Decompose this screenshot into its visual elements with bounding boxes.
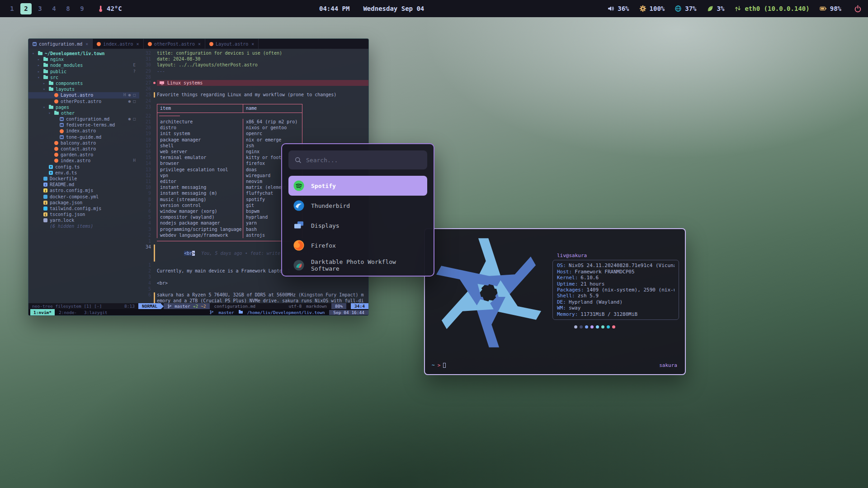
tree-item[interactable]: ▸ nginx bbox=[28, 56, 139, 62]
line-number: 5 bbox=[139, 214, 151, 220]
palette-dot bbox=[596, 325, 599, 328]
neotree-status-right: 8:13 bbox=[124, 304, 135, 309]
network-module[interactable]: eth0 (10.0.0.140) bbox=[734, 5, 809, 12]
tree-item[interactable]: README.md bbox=[28, 182, 139, 188]
workspace-button[interactable]: 2 bbox=[20, 3, 32, 14]
eco-module[interactable]: 3% bbox=[707, 5, 725, 12]
tree-root[interactable]: ▾ ~/Development/liv.town bbox=[28, 51, 139, 56]
line-number: 20 bbox=[139, 125, 151, 131]
volume-module[interactable]: 36% bbox=[607, 5, 629, 12]
launcher-app-item[interactable]: Firefox bbox=[288, 235, 427, 255]
tree-item[interactable]: config.ts bbox=[28, 164, 139, 170]
file-icon bbox=[43, 76, 48, 79]
info-row: Uptime: 21 hours bbox=[557, 281, 675, 287]
tree-item[interactable]: (6 hidden items) bbox=[28, 223, 139, 229]
tab-close-icon[interactable]: × bbox=[198, 42, 201, 47]
editor-line: 31 date: 2024-08-30 bbox=[139, 56, 368, 62]
workspace-button[interactable]: 1 bbox=[6, 3, 18, 14]
tab-close-icon[interactable]: × bbox=[85, 42, 88, 47]
gutter-marker bbox=[154, 292, 157, 303]
tree-item[interactable]: garden.astro bbox=[28, 152, 139, 158]
workspace-button[interactable]: 3 bbox=[34, 3, 46, 14]
workspace-button[interactable]: 9 bbox=[76, 3, 88, 14]
line-number: 15 bbox=[139, 155, 151, 160]
tmux-window[interactable]: 1:nvim* bbox=[30, 309, 55, 315]
tmux-window[interactable]: 3:lazygit bbox=[81, 309, 110, 315]
table-header-item: item bbox=[157, 104, 243, 113]
git-hint: ● □ bbox=[128, 116, 139, 122]
thermometer-icon bbox=[98, 5, 104, 12]
workspace-button[interactable]: 8 bbox=[62, 3, 74, 14]
launcher-app-item[interactable]: Spotify bbox=[288, 176, 427, 196]
tree-item[interactable]: ▾ other bbox=[28, 110, 139, 116]
editor-tab[interactable]: configuration.md × bbox=[28, 39, 93, 49]
editor-line: 24 bbox=[139, 98, 368, 104]
power-button[interactable] bbox=[854, 5, 862, 13]
file-name: node_modules bbox=[50, 62, 83, 68]
palette-dot bbox=[574, 325, 577, 328]
table-cell-item: vpn bbox=[157, 173, 243, 178]
tree-item[interactable]: package.json bbox=[28, 200, 139, 206]
workspace-button[interactable]: 4 bbox=[48, 3, 60, 14]
shell-prompt[interactable]: ~ > bbox=[432, 362, 446, 368]
file-name: index.astro bbox=[61, 158, 90, 164]
tree-item[interactable]: contact.astro bbox=[28, 146, 139, 152]
tree-item[interactable]: docker-compose.yml bbox=[28, 194, 139, 200]
tree-item[interactable]: tone-guide.md bbox=[28, 134, 139, 140]
launcher-app-item[interactable]: Displays bbox=[288, 216, 427, 235]
launcher-search[interactable] bbox=[288, 150, 427, 169]
table-cell-item: instant messaging bbox=[157, 184, 243, 190]
gear-value: 100% bbox=[650, 5, 665, 12]
tree-item[interactable]: Dockerfile bbox=[28, 176, 139, 182]
file-icon bbox=[54, 159, 58, 163]
launcher-app-item[interactable]: Thunderbird bbox=[288, 196, 427, 216]
fastfetch-terminal[interactable]: liv@sakura OS: NixOS 24.11.20240828.71e9… bbox=[424, 228, 686, 375]
tree-item[interactable]: yarn.lock bbox=[28, 217, 139, 223]
search-input[interactable] bbox=[306, 157, 422, 164]
tree-item[interactable]: balcony.astro bbox=[28, 140, 139, 146]
launcher-app-item[interactable]: Darktable Photo Workflow Software bbox=[288, 255, 427, 275]
tree-item[interactable]: configuration.md ● □ bbox=[28, 116, 139, 122]
editor-tab[interactable]: Layout.astro × bbox=[205, 39, 259, 49]
clock-time: 04:44 PM bbox=[319, 5, 349, 12]
tree-item[interactable]: ▾ src bbox=[28, 75, 139, 80]
tree-item[interactable]: ▸ components bbox=[28, 80, 139, 86]
info-row: Memory: 11731MiB / 31280MiB bbox=[557, 311, 675, 317]
file-tree[interactable]: ▾ ~/Development/liv.town ▸ nginx ▸ node_… bbox=[28, 49, 139, 303]
terminal-palette bbox=[574, 325, 679, 328]
file-name: Layout.astro bbox=[61, 92, 93, 98]
editor-tab[interactable]: index.astro × bbox=[93, 39, 143, 49]
info-row: DE: Hyprland (Wayland) bbox=[557, 299, 675, 305]
tmux-branch: master bbox=[218, 310, 234, 315]
tree-item[interactable]: ▸ public ? bbox=[28, 69, 139, 75]
tree-item[interactable]: ▸ node_modules E bbox=[28, 62, 139, 68]
editor-line: 29 --- bbox=[139, 68, 368, 74]
tree-item[interactable]: ▾ layouts bbox=[28, 86, 139, 92]
file-icon bbox=[60, 135, 64, 139]
info-row: Kernel: 6.10.6 bbox=[557, 275, 675, 281]
tree-item[interactable]: astro.config.mjs bbox=[28, 188, 139, 193]
line-number: 1 bbox=[139, 238, 151, 244]
line-number: 2 bbox=[139, 232, 151, 238]
tab-close-icon[interactable]: × bbox=[251, 42, 254, 47]
tmux-window[interactable]: 2:node- bbox=[56, 309, 80, 315]
tree-item[interactable]: ▾ pages bbox=[28, 104, 139, 110]
tree-item[interactable]: otherPost.astro ● □ bbox=[28, 99, 139, 104]
tree-chevron: ▸ bbox=[38, 69, 41, 75]
globe-module[interactable]: 37% bbox=[675, 5, 696, 12]
line-text: sakura has a Ryzen 5 7640U, 32GB of DDR5… bbox=[157, 292, 364, 303]
tree-item[interactable]: index.astro bbox=[28, 128, 139, 134]
file-icon bbox=[49, 106, 53, 109]
tab-close-icon[interactable]: × bbox=[137, 42, 139, 47]
tree-item[interactable]: Layout.astro H ● □ bbox=[28, 92, 139, 98]
app-label: Spotify bbox=[311, 183, 336, 189]
file-name: contact.astro bbox=[61, 146, 96, 152]
gear-module[interactable]: 100% bbox=[639, 5, 665, 12]
tree-item[interactable]: fediverse-terms.md bbox=[28, 122, 139, 128]
editor-tab[interactable]: otherPost.astro × bbox=[144, 39, 205, 49]
tree-item[interactable]: tsconfig.json bbox=[28, 211, 139, 217]
tree-item[interactable]: env.d.ts bbox=[28, 170, 139, 176]
tree-item[interactable]: tailwind.config.mjs bbox=[28, 206, 139, 211]
battery-module[interactable]: 98% bbox=[820, 5, 841, 12]
tree-item[interactable]: index.astro H bbox=[28, 158, 139, 164]
